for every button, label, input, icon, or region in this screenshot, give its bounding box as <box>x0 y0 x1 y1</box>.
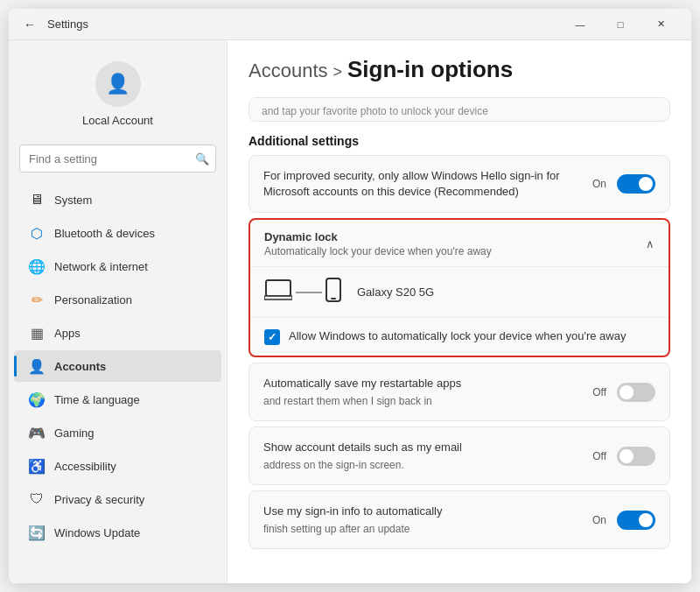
settings-window: ← Settings — □ ✕ 👤 Local Account 🔍 🖥 Sys… <box>9 9 691 583</box>
gaming-icon: 🎮 <box>28 424 46 441</box>
sidebar-item-label: Privacy & security <box>54 493 144 506</box>
windows-hello-toggle[interactable] <box>617 174 655 194</box>
device-icons <box>264 278 341 307</box>
windows-hello-row: For improved security, only allow Window… <box>249 156 669 212</box>
sidebar-item-label: Bluetooth & devices <box>54 227 155 240</box>
dynamic-lock-card: Dynamic lock Automatically lock your dev… <box>248 218 670 357</box>
sidebar-item-label: System <box>54 194 92 207</box>
avatar: 👤 <box>95 61 141 107</box>
account-details-toggle[interactable] <box>617 447 655 466</box>
sidebar-item-network[interactable]: 🌐 Network & internet <box>14 250 221 282</box>
dynamic-lock-title: Dynamic lock <box>264 230 492 243</box>
account-section: 👤 Local Account <box>9 51 227 141</box>
sidebar-item-label: Gaming <box>54 426 94 440</box>
account-details-row: Show account details such as my email ad… <box>249 427 669 484</box>
sidebar-item-accessibility[interactable]: ♿ Accessibility <box>14 450 221 482</box>
sidebar-item-label: Network & internet <box>54 260 148 273</box>
windows-hello-toggle-wrapper: On <box>592 174 655 194</box>
main-content: 👤 Local Account 🔍 🖥 System ⬡ Bluetooth &… <box>9 40 691 583</box>
sidebar-item-system[interactable]: 🖥 System <box>14 184 221 215</box>
toggle-knob <box>639 513 653 527</box>
svg-rect-0 <box>266 280 290 296</box>
content-area: Accounts > Sign-in options and tap your … <box>228 40 691 583</box>
dynamic-lock-subtitle: Automatically lock your device when you'… <box>264 245 492 257</box>
sidebar: 👤 Local Account 🔍 🖥 System ⬡ Bluetooth &… <box>9 40 228 583</box>
sidebar-item-label: Accessibility <box>54 460 116 473</box>
search-input[interactable] <box>19 144 216 173</box>
personalization-icon: ✏ <box>28 291 46 308</box>
apps-icon: ▦ <box>28 324 46 342</box>
sidebar-item-gaming[interactable]: 🎮 Gaming <box>14 417 221 448</box>
checkbox-label: Allow Windows to automatically lock your… <box>289 328 626 344</box>
restart-apps-label: Automatically save my restartable apps <box>263 376 582 391</box>
sidebar-item-label: Time & language <box>54 393 140 406</box>
sidebar-item-label: Personalization <box>54 293 132 307</box>
search-icon: 🔍 <box>195 152 209 166</box>
sidebar-item-label: Accounts <box>54 360 106 373</box>
sidebar-item-time[interactable]: 🌍 Time & language <box>14 384 221 415</box>
sidebar-item-privacy[interactable]: 🛡 Privacy & security <box>14 483 221 515</box>
breadcrumb-separator: > <box>333 63 343 81</box>
windows-hello-text: For improved security, only allow Window… <box>263 168 582 200</box>
sign-in-info-toggle[interactable] <box>617 511 655 530</box>
dynamic-lock-checkbox[interactable]: ✓ <box>264 329 280 345</box>
restart-apps-card: Automatically save my restartable apps a… <box>248 363 670 421</box>
titlebar-title: Settings <box>47 18 88 31</box>
network-icon: 🌐 <box>28 257 46 275</box>
windows-hello-toggle-label: On <box>592 178 606 190</box>
sign-in-info-toggle-label: On <box>592 514 606 526</box>
bluetooth-icon: ⬡ <box>28 224 46 242</box>
dynamic-lock-header[interactable]: Dynamic lock Automatically lock your dev… <box>250 220 668 266</box>
accessibility-icon: ♿ <box>28 457 46 475</box>
page-title: Sign-in options <box>347 56 513 83</box>
toggle-knob <box>639 177 653 191</box>
accounts-icon: 👤 <box>28 357 46 375</box>
sign-in-info-card: Use my sign-in info to automatically fin… <box>248 490 670 549</box>
additional-settings-title: Additional settings <box>248 134 670 148</box>
restart-apps-toggle[interactable] <box>617 383 655 402</box>
sidebar-item-label: Apps <box>54 327 80 340</box>
back-button[interactable]: ← <box>19 14 40 35</box>
restart-apps-toggle-wrapper: Off <box>592 383 655 402</box>
svg-rect-1 <box>264 296 292 300</box>
privacy-icon: 🛡 <box>28 490 46 508</box>
sign-in-info-label: Use my sign-in info to automatically <box>263 504 582 519</box>
sidebar-item-update[interactable]: 🔄 Windows Update <box>14 517 221 548</box>
sidebar-item-accounts[interactable]: 👤 Accounts <box>14 350 221 382</box>
top-partial-text: and tap your favorite photo to unlock yo… <box>262 105 488 117</box>
update-icon: 🔄 <box>28 524 46 541</box>
titlebar: ← Settings — □ ✕ <box>9 9 691 40</box>
sidebar-item-personalization[interactable]: ✏ Personalization <box>14 284 221 315</box>
restart-apps-sublabel: and restart them when I sign back in <box>263 394 582 409</box>
sidebar-item-apps[interactable]: ▦ Apps <box>14 317 221 349</box>
window-controls: — □ ✕ <box>560 9 681 40</box>
checkbox-row[interactable]: ✓ Allow Windows to automatically lock yo… <box>250 318 668 356</box>
toggle-knob <box>620 385 634 399</box>
close-button[interactable]: ✕ <box>640 9 681 40</box>
chevron-up-icon: ∧ <box>646 237 654 250</box>
account-name: Local Account <box>82 114 153 127</box>
account-details-sublabel: address on the sign-in screen. <box>263 458 582 473</box>
time-icon: 🌍 <box>28 391 46 408</box>
top-partial-card: and tap your favorite photo to unlock yo… <box>248 97 670 122</box>
sidebar-item-bluetooth[interactable]: ⬡ Bluetooth & devices <box>14 217 221 249</box>
sign-in-info-sublabel: finish setting up after an update <box>263 522 582 537</box>
windows-hello-card: For improved security, only allow Window… <box>248 155 670 213</box>
windows-hello-label: For improved security, only allow Window… <box>263 168 582 200</box>
laptop-icon <box>264 278 292 307</box>
device-name: Galaxy S20 5G <box>357 285 434 299</box>
maximize-button[interactable]: □ <box>600 9 640 40</box>
minimize-button[interactable]: — <box>560 9 600 40</box>
device-connection-line <box>296 292 322 293</box>
checkmark-icon: ✓ <box>268 331 276 343</box>
search-box: 🔍 <box>19 144 216 173</box>
system-icon: 🖥 <box>28 191 46 208</box>
sign-in-info-row: Use my sign-in info to automatically fin… <box>249 491 669 548</box>
svg-rect-3 <box>331 298 336 300</box>
sign-in-info-toggle-wrapper: On <box>592 511 655 530</box>
restart-apps-toggle-label: Off <box>592 386 606 398</box>
account-details-toggle-wrapper: Off <box>592 447 655 466</box>
phone-icon <box>326 278 341 307</box>
restart-apps-row: Automatically save my restartable apps a… <box>249 363 669 420</box>
toggle-knob <box>620 449 634 463</box>
